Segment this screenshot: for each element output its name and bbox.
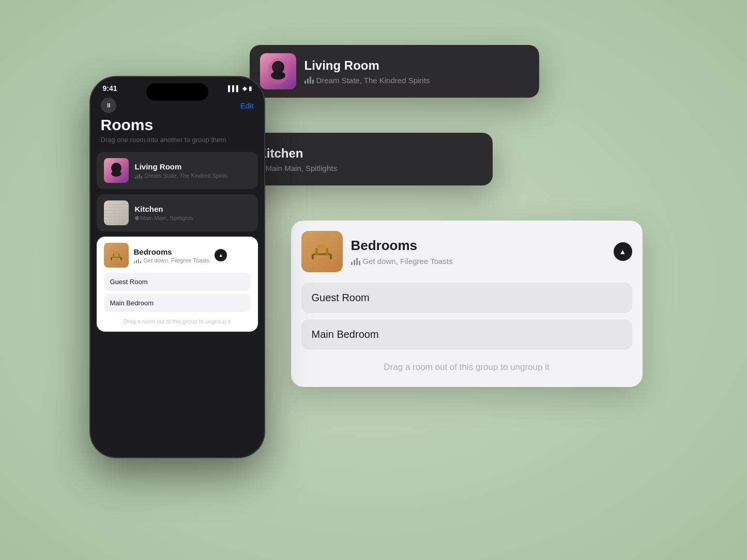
phone-bedrooms-name: Bedrooms — [134, 247, 210, 256]
kitchen-card-info: Kitchen Main Main, Spitlights — [258, 146, 482, 173]
bedrooms-card-info: Bedrooms Get down, Filegree Toasts — [351, 238, 605, 266]
guest-room-pill[interactable]: Guest Room — [301, 283, 632, 313]
svg-rect-15 — [120, 257, 122, 260]
bedrooms-thumbnail — [301, 231, 343, 272]
svg-rect-5 — [315, 248, 318, 255]
phone-frame: 9:41 ▌▌▌ ◆ ▮ ⏸ Edit Rooms Drag one room … — [89, 76, 265, 458]
living-room-thumbnail — [260, 53, 296, 89]
svg-rect-6 — [326, 248, 328, 255]
bedrooms-card-title: Bedrooms — [351, 238, 605, 254]
status-time: 9:41 — [103, 84, 117, 92]
bedrooms-card-subtitle: Get down, Filegree Toasts — [351, 257, 605, 266]
phone-guest-room[interactable]: Guest Room — [104, 273, 251, 291]
phone-bedrooms-header: Bedrooms Get down, Filegree Toasts — [104, 243, 251, 268]
svg-point-2 — [273, 63, 283, 72]
phone-living-room-name: Living Room — [135, 162, 251, 171]
phone-kitchen-thumb — [104, 200, 129, 225]
svg-rect-8 — [330, 254, 332, 259]
edit-button[interactable]: Edit — [240, 101, 254, 110]
kitchen-card-title: Kitchen — [258, 146, 482, 161]
bedrooms-expand-button[interactable]: ▲ — [614, 242, 632, 261]
svg-point-3 — [271, 71, 285, 80]
living-room-card-subtitle: Dream State, The Kindred Spirits — [304, 76, 529, 85]
phone-screen: 9:41 ▌▌▌ ◆ ▮ ⏸ Edit Rooms Drag one room … — [90, 77, 264, 457]
floating-living-room-card: Living Room Dream State, The Kindred Spi… — [250, 45, 539, 98]
phone-living-room-info: Living Room Dream State, The Kindred Spi… — [135, 162, 251, 179]
wifi-icon: ◆ — [242, 85, 247, 92]
app-logo: ⏸ — [101, 98, 116, 113]
phone-living-room-item[interactable]: Living Room Dream State, The Kindred Spi… — [97, 152, 258, 189]
page-subtitle: Drag one room into another to group them — [90, 136, 264, 152]
phone-drag-hint: Drag a room out of this group to ungroup… — [104, 315, 251, 325]
kitchen-card-subtitle: Main Main, Spitlights — [258, 164, 482, 173]
page-title: Rooms — [90, 116, 264, 136]
phone-main-bedroom[interactable]: Main Bedroom — [104, 294, 251, 312]
phone-bedrooms-info: Bedrooms Get down, Filegree Toasts — [134, 247, 210, 263]
svg-rect-13 — [118, 254, 120, 258]
living-room-card-info: Living Room Dream State, The Kindred Spi… — [304, 58, 529, 85]
phone-kitchen-item[interactable]: Kitchen Main Main, Spitlights — [97, 194, 258, 231]
bars-icon-small — [135, 173, 142, 179]
battery-icon: ▮ — [249, 85, 252, 92]
status-icons: ▌▌▌ ◆ ▮ — [228, 85, 251, 92]
phone-bedrooms-thumb — [104, 243, 129, 268]
svg-rect-14 — [111, 257, 112, 260]
phone-kitchen-name: Kitchen — [135, 205, 251, 213]
floating-bedrooms-card: Bedrooms Get down, Filegree Toasts ▲ Gue… — [291, 221, 643, 387]
phone-living-room-thumb — [104, 158, 129, 183]
phone-bedrooms-sub: Get down, Filegree Toasts — [134, 257, 210, 263]
phone-living-room-sub: Dream State, The Kindred Spirits — [135, 173, 251, 179]
main-bedroom-pill[interactable]: Main Bedroom — [301, 319, 632, 350]
phone-bedrooms-card[interactable]: Bedrooms Get down, Filegree Toasts — [97, 237, 258, 332]
svg-rect-7 — [312, 254, 314, 259]
bars-icon — [304, 76, 314, 84]
bars-icon-bedrooms — [351, 258, 360, 265]
phone-bedrooms-expand[interactable]: ▲ — [215, 249, 227, 261]
bedrooms-drag-hint: Drag a room out of this group to ungroup… — [301, 358, 632, 377]
phone-kitchen-sub: Main Main, Spitlights — [135, 215, 251, 221]
signal-icon: ▌▌▌ — [228, 85, 240, 91]
bedrooms-card-header: Bedrooms Get down, Filegree Toasts ▲ — [301, 231, 632, 272]
phone-kitchen-info: Kitchen Main Main, Spitlights — [135, 205, 251, 221]
dot-icon-small — [135, 216, 139, 220]
phone: 9:41 ▌▌▌ ◆ ▮ ⏸ Edit Rooms Drag one room … — [89, 76, 265, 458]
svg-point-10 — [111, 170, 121, 177]
phone-notch — [146, 83, 208, 101]
scene: Living Room Dream State, The Kindred Spi… — [89, 35, 658, 525]
bars-icon-bedrooms-small — [134, 257, 141, 263]
living-room-card-title: Living Room — [304, 58, 529, 73]
svg-rect-12 — [113, 254, 114, 258]
